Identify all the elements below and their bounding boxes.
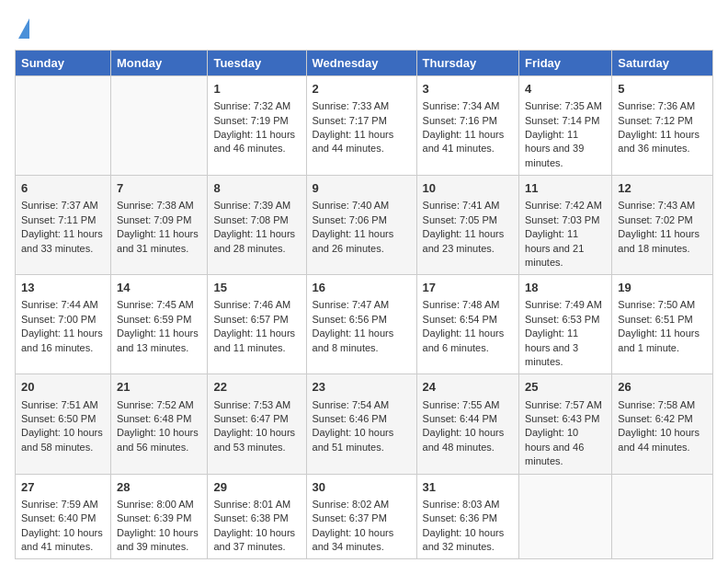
day-number: 15 — [213, 280, 300, 296]
day-info: Sunrise: 7:58 AM Sunset: 6:42 PM Dayligh… — [618, 399, 700, 453]
header-sunday: Sunday — [16, 51, 111, 76]
day-cell: 25Sunrise: 7:57 AM Sunset: 6:43 PM Dayli… — [519, 374, 612, 474]
logo — [15, 15, 29, 39]
day-info: Sunrise: 7:49 AM Sunset: 6:53 PM Dayligh… — [525, 299, 602, 367]
day-cell: 31Sunrise: 8:03 AM Sunset: 6:36 PM Dayli… — [416, 474, 518, 559]
header-tuesday: Tuesday — [208, 51, 306, 76]
calendar-header-row: SundayMondayTuesdayWednesdayThursdayFrid… — [16, 51, 713, 76]
day-cell — [111, 76, 208, 176]
day-cell: 22Sunrise: 7:53 AM Sunset: 6:47 PM Dayli… — [208, 374, 306, 474]
day-cell: 1Sunrise: 7:32 AM Sunset: 7:19 PM Daylig… — [208, 76, 306, 176]
header-saturday: Saturday — [612, 51, 713, 76]
day-cell — [519, 474, 612, 559]
day-number: 27 — [21, 479, 105, 496]
day-info: Sunrise: 7:55 AM Sunset: 6:44 PM Dayligh… — [423, 399, 505, 453]
day-number: 18 — [525, 280, 606, 296]
day-number: 28 — [117, 479, 201, 496]
day-number: 16 — [313, 280, 411, 296]
day-number: 23 — [313, 379, 411, 396]
day-cell: 10Sunrise: 7:41 AM Sunset: 7:05 PM Dayli… — [416, 176, 518, 275]
day-info: Sunrise: 7:54 AM Sunset: 6:46 PM Dayligh… — [313, 399, 394, 453]
day-cell: 9Sunrise: 7:40 AM Sunset: 7:06 PM Daylig… — [306, 176, 416, 275]
day-cell: 4Sunrise: 7:35 AM Sunset: 7:14 PM Daylig… — [519, 76, 612, 176]
day-info: Sunrise: 7:48 AM Sunset: 6:54 PM Dayligh… — [423, 299, 505, 352]
header-friday: Friday — [519, 51, 612, 76]
day-info: Sunrise: 7:53 AM Sunset: 6:47 PM Dayligh… — [213, 399, 295, 453]
day-info: Sunrise: 7:45 AM Sunset: 6:59 PM Dayligh… — [117, 299, 199, 352]
day-cell — [612, 474, 713, 559]
logo-icon — [18, 18, 29, 39]
day-number: 8 — [213, 180, 300, 197]
day-info: Sunrise: 8:00 AM Sunset: 6:39 PM Dayligh… — [117, 499, 199, 552]
day-info: Sunrise: 7:37 AM Sunset: 7:11 PM Dayligh… — [21, 200, 103, 253]
day-info: Sunrise: 7:35 AM Sunset: 7:14 PM Dayligh… — [525, 100, 602, 168]
day-cell: 12Sunrise: 7:43 AM Sunset: 7:02 PM Dayli… — [612, 176, 713, 275]
day-number: 22 — [213, 379, 300, 396]
day-cell: 19Sunrise: 7:50 AM Sunset: 6:51 PM Dayli… — [612, 275, 713, 374]
day-cell: 6Sunrise: 7:37 AM Sunset: 7:11 PM Daylig… — [16, 176, 111, 275]
day-number: 21 — [117, 379, 201, 396]
week-row-5: 27Sunrise: 7:59 AM Sunset: 6:40 PM Dayli… — [16, 474, 713, 559]
day-info: Sunrise: 7:33 AM Sunset: 7:17 PM Dayligh… — [313, 100, 394, 154]
day-cell: 24Sunrise: 7:55 AM Sunset: 6:44 PM Dayli… — [416, 374, 518, 474]
day-info: Sunrise: 7:39 AM Sunset: 7:08 PM Dayligh… — [213, 200, 295, 253]
day-cell: 7Sunrise: 7:38 AM Sunset: 7:09 PM Daylig… — [111, 176, 208, 275]
day-number: 10 — [423, 180, 513, 197]
day-cell — [16, 76, 111, 176]
day-info: Sunrise: 7:52 AM Sunset: 6:48 PM Dayligh… — [117, 399, 199, 453]
day-number: 19 — [618, 280, 707, 296]
day-cell: 11Sunrise: 7:42 AM Sunset: 7:03 PM Dayli… — [519, 176, 612, 275]
day-info: Sunrise: 7:34 AM Sunset: 7:16 PM Dayligh… — [423, 100, 505, 154]
day-info: Sunrise: 7:47 AM Sunset: 6:56 PM Dayligh… — [313, 299, 394, 352]
day-info: Sunrise: 7:36 AM Sunset: 7:12 PM Dayligh… — [618, 100, 700, 154]
day-info: Sunrise: 7:44 AM Sunset: 7:00 PM Dayligh… — [21, 299, 103, 352]
day-cell: 13Sunrise: 7:44 AM Sunset: 7:00 PM Dayli… — [16, 275, 111, 374]
day-info: Sunrise: 7:42 AM Sunset: 7:03 PM Dayligh… — [525, 200, 602, 268]
day-cell: 5Sunrise: 7:36 AM Sunset: 7:12 PM Daylig… — [612, 76, 713, 176]
day-cell: 2Sunrise: 7:33 AM Sunset: 7:17 PM Daylig… — [306, 76, 416, 176]
day-info: Sunrise: 8:01 AM Sunset: 6:38 PM Dayligh… — [213, 499, 295, 552]
day-number: 1 — [213, 81, 300, 98]
day-info: Sunrise: 7:50 AM Sunset: 6:51 PM Dayligh… — [618, 299, 700, 352]
day-number: 29 — [213, 479, 300, 496]
day-number: 5 — [618, 81, 707, 98]
day-cell: 27Sunrise: 7:59 AM Sunset: 6:40 PM Dayli… — [16, 474, 111, 559]
day-cell: 26Sunrise: 7:58 AM Sunset: 6:42 PM Dayli… — [612, 374, 713, 474]
header-thursday: Thursday — [416, 51, 518, 76]
day-info: Sunrise: 7:38 AM Sunset: 7:09 PM Dayligh… — [117, 200, 199, 253]
day-number: 26 — [618, 379, 707, 396]
day-number: 4 — [525, 81, 606, 98]
day-cell: 3Sunrise: 7:34 AM Sunset: 7:16 PM Daylig… — [416, 76, 518, 176]
day-info: Sunrise: 7:57 AM Sunset: 6:43 PM Dayligh… — [525, 399, 602, 467]
day-number: 31 — [423, 479, 513, 496]
day-info: Sunrise: 7:51 AM Sunset: 6:50 PM Dayligh… — [21, 399, 103, 453]
day-info: Sunrise: 7:32 AM Sunset: 7:19 PM Dayligh… — [213, 100, 295, 154]
page-header — [15, 15, 713, 39]
day-cell: 30Sunrise: 8:02 AM Sunset: 6:37 PM Dayli… — [306, 474, 416, 559]
day-cell: 29Sunrise: 8:01 AM Sunset: 6:38 PM Dayli… — [208, 474, 306, 559]
day-info: Sunrise: 8:02 AM Sunset: 6:37 PM Dayligh… — [313, 499, 394, 552]
day-cell: 17Sunrise: 7:48 AM Sunset: 6:54 PM Dayli… — [416, 275, 518, 374]
day-cell: 20Sunrise: 7:51 AM Sunset: 6:50 PM Dayli… — [16, 374, 111, 474]
day-number: 7 — [117, 180, 201, 197]
day-number: 17 — [423, 280, 513, 296]
day-info: Sunrise: 8:03 AM Sunset: 6:36 PM Dayligh… — [423, 499, 505, 552]
header-monday: Monday — [111, 51, 208, 76]
day-info: Sunrise: 7:40 AM Sunset: 7:06 PM Dayligh… — [313, 200, 394, 253]
day-cell: 8Sunrise: 7:39 AM Sunset: 7:08 PM Daylig… — [208, 176, 306, 275]
day-info: Sunrise: 7:43 AM Sunset: 7:02 PM Dayligh… — [618, 200, 700, 253]
week-row-3: 13Sunrise: 7:44 AM Sunset: 7:00 PM Dayli… — [16, 275, 713, 374]
week-row-1: 1Sunrise: 7:32 AM Sunset: 7:19 PM Daylig… — [16, 76, 713, 176]
day-number: 3 — [423, 81, 513, 98]
day-number: 12 — [618, 180, 707, 197]
day-number: 11 — [525, 180, 606, 197]
day-cell: 21Sunrise: 7:52 AM Sunset: 6:48 PM Dayli… — [111, 374, 208, 474]
day-number: 6 — [21, 180, 105, 197]
day-info: Sunrise: 7:41 AM Sunset: 7:05 PM Dayligh… — [423, 200, 505, 253]
day-number: 25 — [525, 379, 606, 396]
day-number: 30 — [313, 479, 411, 496]
week-row-4: 20Sunrise: 7:51 AM Sunset: 6:50 PM Dayli… — [16, 374, 713, 474]
day-number: 24 — [423, 379, 513, 396]
day-number: 20 — [21, 379, 105, 396]
day-cell: 14Sunrise: 7:45 AM Sunset: 6:59 PM Dayli… — [111, 275, 208, 374]
